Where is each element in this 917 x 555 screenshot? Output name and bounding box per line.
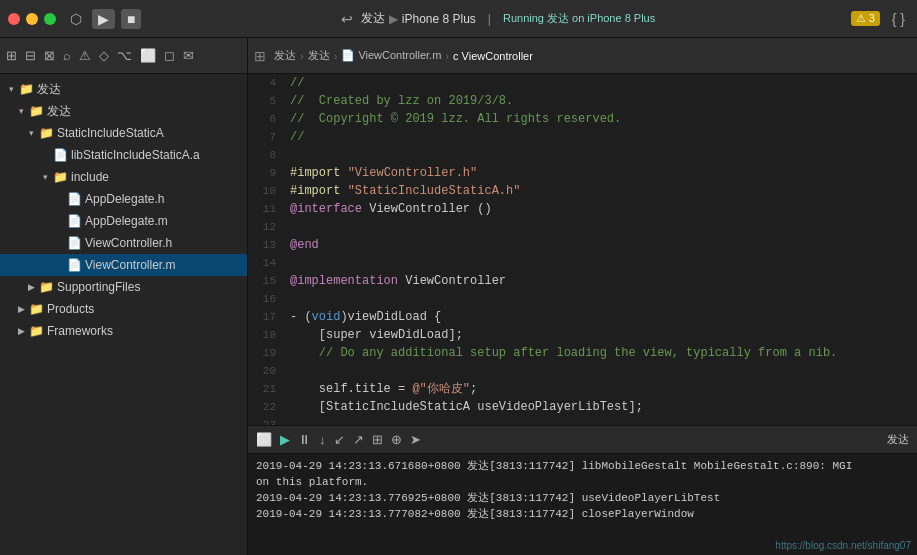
code-line-13: 13 @end: [248, 236, 917, 254]
search-icon[interactable]: ⌕: [63, 48, 71, 63]
console-line-4: 2019-04-29 14:23:13.777082+0800 发达[3813:…: [256, 506, 909, 522]
tree-item-root[interactable]: ▾ 📁 发达: [0, 78, 247, 100]
back-icon[interactable]: ⬡: [66, 9, 86, 29]
code-line-5: 5 // Created by lzz on 2019/3/8.: [248, 92, 917, 110]
tree-item-staticlib[interactable]: ▾ 📁 StaticIncludeStaticA: [0, 122, 247, 144]
diamond-icon[interactable]: ◇: [99, 48, 109, 63]
console-share-icon[interactable]: ⊞: [372, 432, 383, 447]
arrow-icon: ▾: [14, 106, 28, 116]
code-editor[interactable]: 4 // 5 // Created by lzz on 2019/3/8. 6 …: [248, 74, 917, 425]
file-icon: 📄: [52, 148, 68, 162]
tree-item-libfile[interactable]: 📄 libStaticIncludeStaticA.a: [0, 144, 247, 166]
tree-item-products[interactable]: ▶ 📁 Products: [0, 298, 247, 320]
tree-label: 发达: [37, 81, 61, 98]
tree-item-viewcontroller-h[interactable]: 📄 ViewController.h: [0, 232, 247, 254]
breadcrumb-file[interactable]: 📄 ViewController.m: [341, 49, 441, 62]
arrow-icon: ▾: [24, 128, 38, 138]
sidebar: ⊞ ⊟ ⊠ ⌕ ⚠ ◇ ⌥ ⬜ ◻ ✉ ▾ 📁 发达 ▾ 📁 发达: [0, 38, 248, 555]
minimize-button[interactable]: [26, 13, 38, 25]
folder-icon: 📁: [28, 324, 44, 338]
code-line-17: 17 - (void)viewDidLoad {: [248, 308, 917, 326]
code-line-11: 11 @interface ViewController (): [248, 200, 917, 218]
breadcrumb-fada2[interactable]: 发达: [308, 48, 330, 63]
tab-icon-left[interactable]: ⊞: [254, 48, 266, 64]
nav-left-icon[interactable]: ↩: [337, 9, 357, 29]
tree-item-frameworks[interactable]: ▶ 📁 Frameworks: [0, 320, 247, 342]
folder-icon: 📁: [38, 280, 54, 294]
code-line-6: 6 // Copyright © 2019 lzz. All rights re…: [248, 110, 917, 128]
breadcrumb-fada1[interactable]: 发达: [274, 48, 296, 63]
scheme-label: 发达: [361, 10, 385, 27]
watermark: https://blog.csdn.net/shifang07: [775, 540, 911, 551]
alt-icon[interactable]: ⌥: [117, 48, 132, 63]
tree-label: SupportingFiles: [57, 280, 140, 294]
curly-brace-icon[interactable]: { }: [888, 9, 909, 29]
code-line-19: 19 // Do any additional setup after load…: [248, 344, 917, 362]
console-step-out-icon[interactable]: ↗: [353, 432, 364, 447]
folder-icon[interactable]: ⊞: [6, 48, 17, 63]
console-branch-icon[interactable]: ⊕: [391, 432, 402, 447]
console-step-over-icon[interactable]: ↓: [319, 432, 326, 447]
console-pause-icon[interactable]: ⏸: [298, 432, 311, 447]
traffic-lights: [8, 13, 56, 25]
play-button[interactable]: ▶: [92, 9, 115, 29]
folder-icon: 📁: [28, 104, 44, 118]
scheme-chevron-icon: ▶: [389, 12, 398, 26]
warning-badge[interactable]: ⚠ 3: [851, 11, 880, 26]
tree-item-fada[interactable]: ▾ 📁 发达: [0, 100, 247, 122]
title-bar: ⬡ ▶ ■ ↩ 发达 ▶ iPhone 8 Plus | Running 发达 …: [0, 0, 917, 38]
diff-icon[interactable]: ⊟: [25, 48, 36, 63]
code-line-9: 9 #import "ViewController.h": [248, 164, 917, 182]
stop-button[interactable]: ■: [121, 9, 141, 29]
file-tree: ▾ 📁 发达 ▾ 📁 发达 ▾ 📁 StaticIncludeStaticA 📄…: [0, 74, 247, 555]
console-line-3: 2019-04-29 14:23:13.776925+0800 发达[3813:…: [256, 490, 909, 506]
tree-item-supportingfiles[interactable]: ▶ 📁 SupportingFiles: [0, 276, 247, 298]
folder-icon: 📁: [18, 82, 34, 96]
console-play-icon[interactable]: ▶: [280, 432, 290, 447]
file-m-icon: 📄: [66, 214, 82, 228]
maximize-button[interactable]: [44, 13, 56, 25]
code-line-12: 12: [248, 218, 917, 236]
arrow-icon: ▶: [14, 304, 28, 314]
tree-label: ViewController.m: [85, 258, 175, 272]
file-h-icon: 📄: [66, 192, 82, 206]
code-line-8: 8: [248, 146, 917, 164]
folder-icon: 📁: [28, 302, 44, 316]
square-icon[interactable]: ⬜: [140, 48, 156, 63]
toolbar-left-icons: ⬡ ▶ ■: [66, 9, 141, 29]
tree-item-viewcontroller-m[interactable]: 📄 ViewController.m: [0, 254, 247, 276]
sidebar-toolbar: ⊞ ⊟ ⊠ ⌕ ⚠ ◇ ⌥ ⬜ ◻ ✉: [0, 38, 247, 74]
code-line-22: 22 [StaticIncludeStaticA useVideoPlayerL…: [248, 398, 917, 416]
code-line-14: 14: [248, 254, 917, 272]
tree-label: Frameworks: [47, 324, 113, 338]
console-step-in-icon[interactable]: ↙: [334, 432, 345, 447]
tree-item-appdelegate-h[interactable]: 📄 AppDelegate.h: [0, 188, 247, 210]
main-layout: ⊞ ⊟ ⊠ ⌕ ⚠ ◇ ⌥ ⬜ ◻ ✉ ▾ 📁 发达 ▾ 📁 发达: [0, 38, 917, 555]
sm-square-icon[interactable]: ◻: [164, 48, 175, 63]
console-panel: ⬜ ▶ ⏸ ↓ ↙ ↗ ⊞ ⊕ ➤ 发达 2019-04-29 14:23:13…: [248, 425, 917, 555]
arrow-icon: ▾: [38, 172, 52, 182]
code-line-23: 23: [248, 416, 917, 425]
grid-icon[interactable]: ⊠: [44, 48, 55, 63]
console-send-icon[interactable]: ➤: [410, 432, 421, 447]
tree-label: include: [71, 170, 109, 184]
editor-area: ⊞ 发达 › 发达 › 📄 ViewController.m › c ViewC…: [248, 38, 917, 555]
tree-label: StaticIncludeStaticA: [57, 126, 164, 140]
code-line-10: 10 #import "StaticIncludeStaticA.h": [248, 182, 917, 200]
tree-item-include[interactable]: ▾ 📁 include: [0, 166, 247, 188]
code-line-4: 4 //: [248, 74, 917, 92]
tree-item-appdelegate-m[interactable]: 📄 AppDelegate.m: [0, 210, 247, 232]
tree-label: ViewController.h: [85, 236, 172, 250]
console-scheme-label: 发达: [887, 432, 909, 447]
tree-label: AppDelegate.m: [85, 214, 168, 228]
close-button[interactable]: [8, 13, 20, 25]
breadcrumb-sep2: ›: [334, 50, 338, 62]
console-toolbar: ⬜ ▶ ⏸ ↓ ↙ ↗ ⊞ ⊕ ➤ 发达: [248, 426, 917, 454]
chat-icon[interactable]: ✉: [183, 48, 194, 63]
running-status: Running 发达 on iPhone 8 Plus: [503, 11, 655, 26]
toolbar-right: ⚠ 3 { }: [851, 9, 909, 29]
warning-icon[interactable]: ⚠: [79, 48, 91, 63]
console-toggle-icon[interactable]: ⬜: [256, 432, 272, 447]
code-line-21: 21 self.title = @"你哈皮";: [248, 380, 917, 398]
breadcrumb-class[interactable]: c ViewController: [453, 50, 533, 62]
